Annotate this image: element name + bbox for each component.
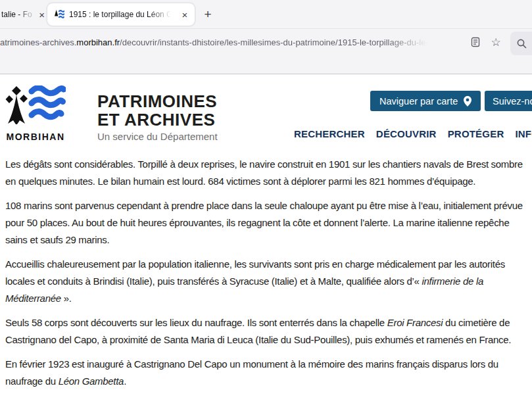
paragraph: Accueillis chaleureusement par la popula… <box>5 256 524 307</box>
active-tab[interactable]: 1915 : le torpillage du Léon Gam × <box>47 3 195 26</box>
page-content: MORBIHAN PATRIMOINES ET ARCHIVES Un serv… <box>0 75 532 409</box>
browser-chrome: talie - Fo × 1915 : le torpillage du Léo… <box>0 0 532 74</box>
new-tab-button[interactable]: + <box>199 6 216 23</box>
nav-item-proteger[interactable]: PROTÉGER <box>448 128 504 139</box>
bookmark-star-icon[interactable]: ☆ <box>490 36 502 48</box>
navigate-by-map-button[interactable]: Naviguer par carte <box>370 91 481 111</box>
site-logo[interactable]: MORBIHAN <box>5 85 66 142</box>
morbihan-logo-icon <box>5 85 66 128</box>
url-bar[interactable]: atrimoines-archives.morbihan.fr/decouvri… <box>0 29 468 55</box>
url-domain: morbihan.fr <box>76 37 120 47</box>
logo-caption: MORBIHAN <box>5 132 66 142</box>
bookmarks-strip <box>0 55 532 74</box>
nav-item-informations[interactable]: INFORMA <box>515 128 532 139</box>
reader-mode-icon[interactable] <box>470 36 481 48</box>
paragraph: En février 1923 est inauguré à Castrigna… <box>5 356 524 390</box>
article-body: Les dégâts sont considérables. Torpillé … <box>0 156 532 397</box>
nav-item-rechercher[interactable]: RECHERCHER <box>294 128 365 139</box>
paragraph: 108 marins sont parvenus cependant à pre… <box>5 197 524 249</box>
site-title-line1: PATRIMOINES <box>97 92 218 110</box>
site-title: PATRIMOINES ET ARCHIVES Un service du Dé… <box>97 92 218 142</box>
url-path: /decouvrir/instants-dhistoire/les-milles… <box>120 37 431 47</box>
background-tab[interactable]: talie - Fo × <box>1 5 48 24</box>
plus-icon: + <box>204 7 211 22</box>
close-icon[interactable]: × <box>36 9 48 20</box>
follow-us-button[interactable]: Suivez-no <box>485 91 532 111</box>
site-subtitle: Un service du Département <box>97 131 218 142</box>
main-nav: RECHERCHER DÉCOUVRIR PROTÉGER INFORMA <box>294 128 532 139</box>
close-icon[interactable]: × <box>179 9 191 20</box>
navigation-toolbar: atrimoines-archives.morbihan.fr/decouvri… <box>0 29 532 55</box>
tab-bar: talie - Fo × 1915 : le torpillage du Léo… <box>0 0 532 29</box>
nav-item-decouvrir[interactable]: DÉCOUVRIR <box>376 128 437 139</box>
background-tab-title: talie - Fo <box>1 10 32 19</box>
location-pin-icon <box>464 96 472 107</box>
paragraph: Seuls 58 corps sont découverts sur les l… <box>5 314 524 349</box>
search-bar[interactable] <box>510 32 532 55</box>
map-button-label: Naviguer par carte <box>379 96 458 107</box>
search-icon <box>516 38 527 49</box>
active-tab-title: 1915 : le torpillage du Léon Gam <box>69 10 174 19</box>
paragraph: Les dégâts sont considérables. Torpillé … <box>5 156 524 190</box>
morbihan-favicon-icon <box>54 9 64 20</box>
site-title-line2: ET ARCHIVES <box>97 110 218 129</box>
url-prefix: atrimoines-archives. <box>0 37 76 47</box>
follow-button-label: Suivez-no <box>493 96 532 107</box>
